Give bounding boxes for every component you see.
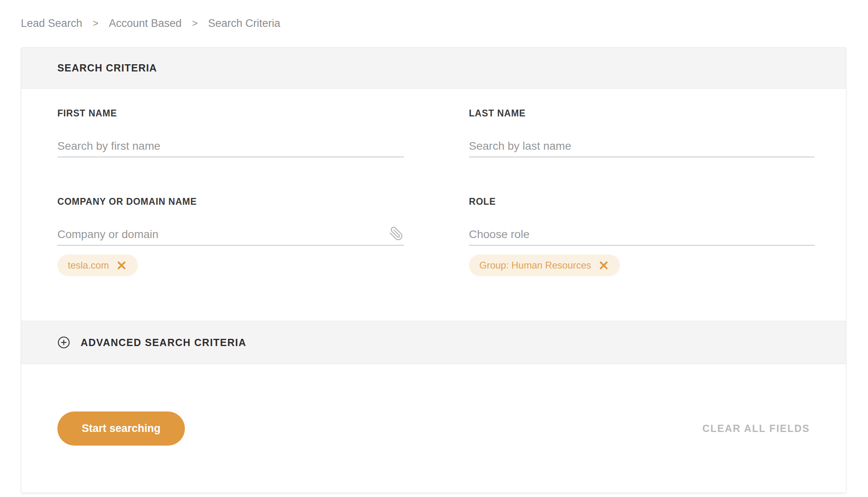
start-searching-button[interactable]: Start searching — [57, 411, 185, 446]
panel-footer: Start searching CLEAR ALL FIELDS — [21, 364, 846, 493]
breadcrumb: Lead Search > Account Based > Search Cri… — [21, 16, 280, 30]
breadcrumb-separator-icon: > — [192, 16, 198, 30]
first-name-input[interactable] — [57, 136, 404, 157]
company-tags: tesla.com — [57, 255, 404, 276]
panel-title: SEARCH CRITERIA — [57, 62, 157, 74]
company-label: COMPANY OR DOMAIN NAME — [57, 197, 404, 206]
company-tag-chip: tesla.com — [57, 255, 138, 276]
company-field-group: COMPANY OR DOMAIN NAME tesla.com — [57, 197, 404, 276]
role-field-group: ROLE Group: Human Resources — [469, 197, 815, 276]
search-fields: FIRST NAME LAST NAME COMPANY OR DOMAIN N… — [21, 89, 846, 276]
search-criteria-panel: SEARCH CRITERIA FIRST NAME LAST NAME — [21, 47, 846, 493]
paperclip-icon[interactable] — [389, 226, 403, 241]
last-name-field-group: LAST NAME — [469, 108, 815, 157]
remove-tag-x-icon[interactable] — [116, 260, 127, 271]
role-tags: Group: Human Resources — [469, 255, 815, 276]
role-tag-chip: Group: Human Resources — [469, 255, 620, 276]
first-name-field-group: FIRST NAME — [57, 108, 404, 157]
advanced-search-toggle[interactable]: ADVANCED SEARCH CRITERIA — [21, 321, 846, 364]
breadcrumb-lead-search[interactable]: Lead Search — [21, 16, 82, 30]
panel-header: SEARCH CRITERIA — [21, 48, 846, 89]
clear-all-fields-button[interactable]: CLEAR ALL FIELDS — [702, 423, 810, 434]
first-name-label: FIRST NAME — [57, 108, 404, 118]
last-name-input[interactable] — [469, 136, 815, 157]
breadcrumb-separator-icon: > — [93, 16, 98, 30]
company-input[interactable] — [57, 224, 404, 246]
breadcrumb-account-based[interactable]: Account Based — [109, 16, 182, 30]
company-tag-label: tesla.com — [68, 261, 109, 270]
breadcrumb-search-criteria: Search Criteria — [208, 16, 280, 30]
plus-circle-icon — [57, 336, 70, 349]
role-tag-label: Group: Human Resources — [479, 261, 591, 270]
advanced-search-label: ADVANCED SEARCH CRITERIA — [81, 337, 246, 348]
role-input[interactable] — [469, 224, 815, 246]
last-name-label: LAST NAME — [469, 108, 815, 118]
remove-tag-x-icon[interactable] — [598, 260, 609, 271]
role-label: ROLE — [469, 197, 815, 206]
